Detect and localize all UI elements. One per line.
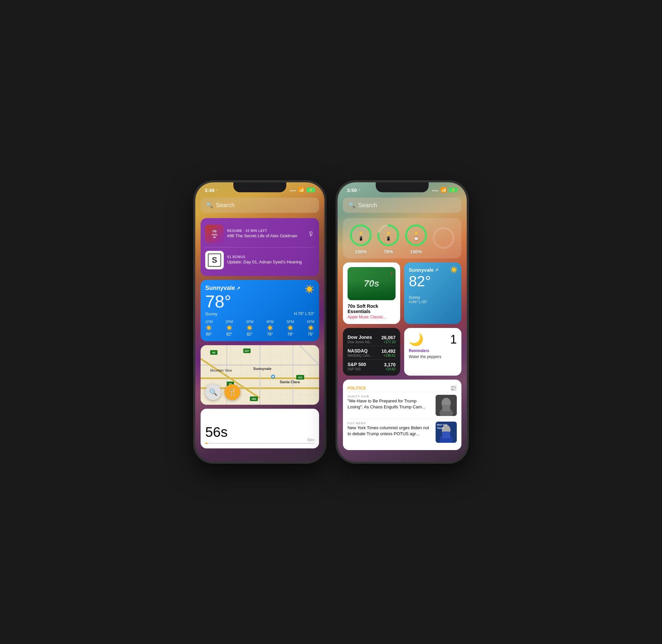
battery-widget[interactable]: ⚡ 📱 100% ⚡ 📱	[343, 218, 461, 258]
content-area-1: 🔍 Search r/a replyall RESUME · 32 MIN LE…	[195, 195, 324, 458]
moon-icon: 🌙	[409, 332, 424, 346]
stock-sp500: S&P 500 S&P 500 3,170 +24.62	[347, 360, 395, 371]
weather-condition-1: Sunny	[205, 312, 218, 316]
svg-point-36	[434, 228, 454, 248]
timer-progress-fill	[205, 443, 208, 444]
news-item-1[interactable]: VANITY FAIR "We Have to Be Prepared for …	[347, 392, 457, 419]
phone-2: 3:50 ↑ •••• 📶 ⚡ 🔍 Search	[338, 182, 467, 462]
news-source-1: VANITY FAIR	[347, 395, 432, 398]
wifi-icon-1: 📶	[298, 187, 304, 193]
sun-icon-2: ☀️	[450, 266, 458, 274]
stock-full-nasdaq: NASDAQ Com...	[347, 354, 372, 358]
search-bar-2[interactable]: 🔍 Search	[343, 198, 461, 213]
location-arrow-2: ↑	[358, 188, 360, 192]
weather-condition-2: Sunny H:84° L:55°	[409, 295, 457, 304]
stock-price-sp: 3,170 +24.62	[384, 362, 395, 371]
podcast-widget[interactable]: r/a replyall RESUME · 32 MIN LEFT #96 Th…	[201, 218, 319, 276]
map-search-btn[interactable]: 🔍	[205, 384, 221, 400]
svg-text:⌚: ⌚	[413, 236, 418, 241]
map-widget-1[interactable]: 85 237 101 85 280	[201, 345, 319, 405]
svg-text:Mountain View: Mountain View	[210, 369, 232, 372]
status-icons-2: •••• 📶 ⚡	[432, 187, 457, 193]
news-item-1-content: VANITY FAIR "We Have to Be Prepared for …	[347, 395, 432, 410]
svg-text:⚡: ⚡	[386, 231, 391, 236]
stocks-widget[interactable]: Dow Jones Dow Jones Ind... 26,067 +177.1…	[343, 328, 400, 376]
battery-iphone: ⚡ 📱 100%	[349, 223, 373, 254]
sun-icon-1: ☀️	[304, 284, 315, 294]
podcast-item-1[interactable]: r/a replyall RESUME · 32 MIN LEFT #96 Th…	[205, 223, 315, 245]
weather-temp-1: 78°	[205, 293, 315, 310]
music-playlist-title: 70s Soft Rock Essentials	[347, 303, 395, 314]
news-source-2: FOX NEWS	[347, 422, 432, 425]
news-thumb-2: New York Times	[436, 422, 457, 443]
status-icons-1: •••• 📶 ⚡	[290, 187, 315, 193]
search-icon-1: 🔍	[206, 202, 213, 209]
search-bar-1[interactable]: 🔍 Search	[201, 198, 319, 213]
stock-full-dow: Dow Jones Ind...	[347, 340, 372, 344]
battery-icon-2: ⚡	[449, 188, 457, 192]
battery-circles: ⚡ 📱 100% ⚡ 📱	[347, 223, 457, 254]
podcast-thumb-1: r/a replyall	[205, 225, 224, 243]
music-source: Apple Music Classic...	[347, 315, 395, 319]
reminders-header: 🌙 1	[409, 332, 457, 346]
svg-rect-40	[442, 405, 450, 411]
news-item-2-content: FOX NEWS New York Times columnist urges …	[347, 422, 432, 437]
forecast-4pm: 4PM ☀️ 78°	[266, 320, 274, 337]
weather-widget-1[interactable]: ☀️ Sunnyvale ↗ 78° Sunny H:78° L:53° 1PM	[201, 280, 319, 341]
battery-device4	[432, 226, 455, 252]
news-headline-1: "We Have to Be Prepared for Trump Losing…	[347, 398, 432, 410]
podcasts-icon-1: 🎙	[308, 230, 315, 238]
album-silhouette	[347, 280, 395, 300]
svg-text:⚡: ⚡	[413, 231, 418, 236]
weather-widget-2[interactable]: ☀️ Sunnyvale ↗ 82° Sunny H:84° L:55°	[404, 262, 461, 324]
svg-text:280: 280	[252, 397, 256, 400]
forecast-3pm: 3PM ☀️ 82°	[246, 320, 254, 337]
weather-hi-lo-1: H:78° L:53°	[294, 312, 315, 316]
weather-temp-2: 82°	[409, 274, 457, 289]
battery-airpods: ⚡ 📱 78%	[376, 223, 400, 254]
stock-dow: Dow Jones Dow Jones Ind... 26,067 +177.1…	[347, 332, 395, 346]
location-icon-2: ↗	[435, 268, 438, 272]
podcast-thumb-2: S	[205, 251, 224, 269]
status-time-2: 3:50 ↑	[347, 187, 360, 193]
svg-text:Sunnyvale: Sunnyvale	[253, 367, 271, 371]
stock-name-sp: S&P 500	[347, 362, 366, 367]
weather-city-1: Sunnyvale ↗	[205, 284, 315, 292]
signal-icon-2: ••••	[432, 187, 439, 193]
podcast-title-1: #96 The Secret Life of Alex Goldman	[227, 233, 304, 239]
map-buttons: 🔍 🍴	[205, 384, 240, 400]
podcast-info-2: S1 BONUS Update: Day 01, Adnan Syed's He…	[227, 255, 315, 265]
music-widget[interactable]: 70s ♪ 70s Soft Rock Essentials Apple Mus…	[343, 262, 400, 324]
status-time-1: 3:48 ↑	[205, 187, 218, 193]
podcast-label-2: S1 BONUS	[227, 255, 315, 259]
svg-text:📱: 📱	[358, 236, 363, 241]
reminders-widget[interactable]: 🌙 1 Reminders Water the peppers	[404, 328, 461, 376]
news-item-2[interactable]: FOX NEWS New York Times columnist urges …	[347, 419, 457, 445]
weather-hi-lo-2: H:84° L:55°	[409, 300, 457, 304]
svg-text:Santa Clara: Santa Clara	[280, 380, 300, 384]
battery-ring-4	[432, 226, 455, 250]
music-weather-row: 70s ♪ 70s Soft Rock Essentials Apple Mus…	[343, 262, 461, 324]
weather-condition-row-1: Sunny H:78° L:53°	[205, 312, 315, 316]
timer-end-label: 60m	[307, 438, 315, 442]
podcast-info-1: RESUME · 32 MIN LEFT #96 The Secret Life…	[227, 229, 304, 239]
forecast-6pm: 6PM ☀️ 76°	[307, 320, 315, 337]
phone-1: 3:48 ↑ •••• 📶 ⚡ 🔍 Search	[195, 182, 324, 462]
svg-text:📱: 📱	[386, 236, 391, 241]
timer-value: 56s	[205, 424, 315, 440]
search-icon-2: 🔍	[348, 202, 356, 209]
signal-icon-1: ••••	[290, 187, 296, 193]
timer-progress-bar: 60m	[205, 443, 315, 444]
map-food-btn[interactable]: 🍴	[224, 384, 240, 400]
news-header-row: Politics 📰	[347, 385, 457, 391]
forecast-1pm: 1PM ☀️ 80°	[205, 320, 213, 337]
podcast-item-2[interactable]: S S1 BONUS Update: Day 01, Adnan Syed's …	[205, 247, 315, 271]
news-widget[interactable]: Politics 📰 VANITY FAIR "We Have to Be Pr…	[343, 380, 461, 450]
search-label-1: Search	[216, 202, 235, 209]
location-arrow-1: ↑	[216, 188, 218, 192]
stock-name-nasdaq: NASDAQ	[347, 348, 372, 353]
stock-price-nasdaq: 10,492 +148.61	[381, 348, 395, 358]
notch-1	[233, 182, 286, 192]
timer-widget[interactable]: 56s 60m	[201, 409, 319, 448]
svg-point-23	[272, 376, 274, 377]
